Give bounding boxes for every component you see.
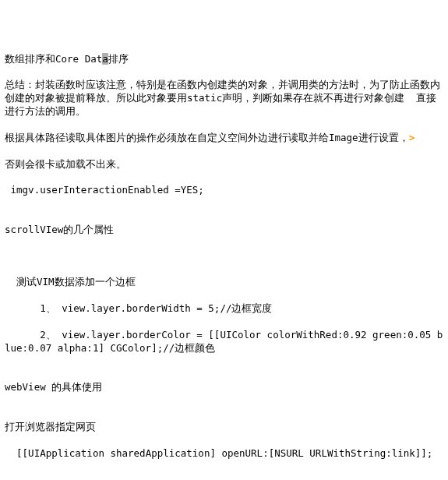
- wrap-arrow-icon: >: [409, 132, 415, 143]
- text: 根据具体路径读取具体图片的操作必须放在自定义空间外边进行读取并给Image进行设…: [5, 132, 409, 143]
- text: 数组排序和Core Dat: [5, 53, 102, 65]
- line: 2、 view.layer.borderColor = [[UIColor co…: [5, 329, 443, 355]
- line: scrollVIew的几个属性: [5, 224, 443, 237]
- text: 排序: [108, 53, 129, 65]
- line: webView 的具体使用: [5, 381, 443, 394]
- line: 否则会很卡或加载不出来。: [5, 158, 443, 171]
- line: 测试VIM数据添加一个边框: [5, 276, 443, 289]
- line: [[UIApplication sharedApplication] openU…: [5, 447, 443, 461]
- line: 打开浏览器指定网页: [5, 421, 443, 434]
- line: 1、 view.layer.borderWidth = 5;//边框宽度: [5, 302, 443, 316]
- line: 总结：封装函数时应该注意，特别是在函数内创建类的对象，并调用类的方法时，为了防止…: [5, 79, 443, 118]
- line: imgv.userInteractionEnabled =YES;: [5, 184, 443, 197]
- line: 数组排序和Core Data排序: [5, 53, 443, 66]
- line: 根据具体路径读取具体图片的操作必须放在自定义空间外边进行读取并给Image进行设…: [5, 132, 443, 145]
- text-cursor: a: [102, 53, 108, 65]
